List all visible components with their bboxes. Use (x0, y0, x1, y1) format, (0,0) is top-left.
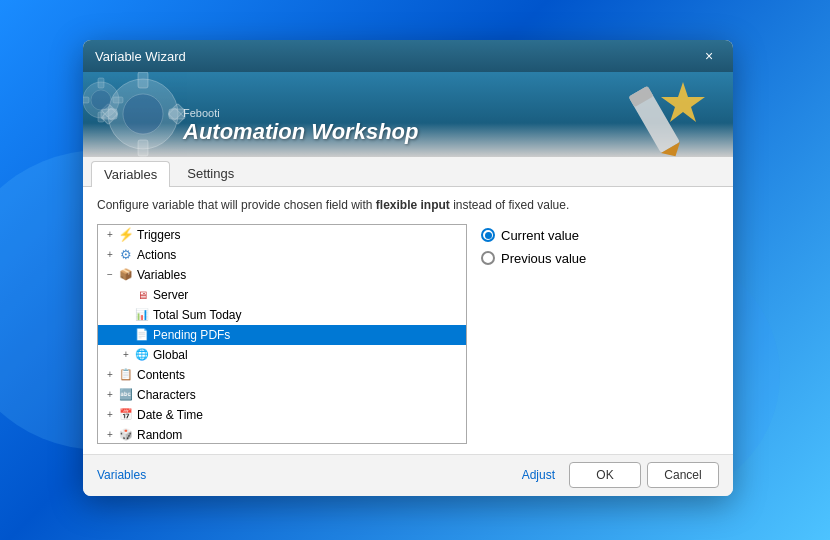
tree-label-actions: Actions (134, 248, 176, 262)
radio-current-circle (481, 228, 495, 242)
cancel-button[interactable]: Cancel (647, 462, 719, 488)
banner: Febooti Automation Workshop (83, 72, 733, 157)
expander-random[interactable]: + (102, 427, 118, 443)
radio-previous-circle (481, 251, 495, 265)
banner-title: Automation Workshop (183, 119, 418, 145)
radio-current-label: Current value (501, 228, 579, 243)
datetime-icon: 📅 (118, 407, 134, 423)
close-button[interactable]: × (697, 44, 721, 68)
tree-item-actions[interactable]: + ⚙ Actions (98, 245, 466, 265)
footer: Variables Adjust OK Cancel (83, 454, 733, 496)
ok-button[interactable]: OK (569, 462, 641, 488)
adjust-link[interactable]: Adjust (522, 468, 555, 482)
svg-point-1 (123, 94, 163, 134)
total-sum-icon: 📊 (134, 307, 150, 323)
svg-marker-16 (661, 82, 705, 122)
svg-point-11 (91, 90, 111, 110)
characters-icon: 🔤 (118, 387, 134, 403)
footer-link[interactable]: Variables (97, 468, 146, 482)
banner-subtitle: Febooti (183, 107, 418, 119)
tree-label-random: Random (134, 428, 182, 442)
tree-item-total-sum[interactable]: 📊 Total Sum Today (98, 305, 466, 325)
svg-rect-15 (83, 97, 89, 103)
banner-title-area: Febooti Automation Workshop (183, 107, 418, 145)
expander-pending-pdfs[interactable] (118, 327, 134, 343)
svg-rect-3 (138, 140, 148, 156)
global-icon: 🌐 (134, 347, 150, 363)
svg-rect-13 (98, 112, 104, 122)
contents-icon: 📋 (118, 367, 134, 383)
variable-wizard-dialog: Variable Wizard × (83, 40, 733, 496)
expander-total-sum[interactable] (118, 307, 134, 323)
actions-icon: ⚙ (118, 247, 134, 263)
pending-pdfs-icon: 📄 (134, 327, 150, 343)
tree-item-characters[interactable]: + 🔤 Characters (98, 385, 466, 405)
random-icon: 🎲 (118, 427, 134, 443)
svg-rect-12 (98, 78, 104, 88)
svg-rect-2 (138, 72, 148, 88)
expander-global[interactable]: + (118, 347, 134, 363)
tabbar: Variables Settings (83, 157, 733, 187)
tab-variables[interactable]: Variables (91, 161, 170, 187)
tree-label-datetime: Date & Time (134, 408, 203, 422)
tree-item-contents[interactable]: + 📋 Contents (98, 365, 466, 385)
main-area: + ⚡ Triggers + ⚙ Actions − 📦 Variables (97, 224, 719, 444)
titlebar: Variable Wizard × (83, 40, 733, 72)
expander-variables[interactable]: − (102, 267, 118, 283)
footer-right: Adjust OK Cancel (522, 462, 719, 488)
dialog-title: Variable Wizard (95, 49, 186, 64)
description-text: Configure variable that will provide cho… (97, 197, 719, 214)
expander-triggers[interactable]: + (102, 227, 118, 243)
tree-label-characters: Characters (134, 388, 196, 402)
tree-label-contents: Contents (134, 368, 185, 382)
expander-actions[interactable]: + (102, 247, 118, 263)
server-icon: 🖥 (134, 287, 150, 303)
tree-item-global[interactable]: + 🌐 Global (98, 345, 466, 365)
tree-item-pending-pdfs[interactable]: 📄 Pending PDFs (98, 325, 466, 345)
tree-panel[interactable]: + ⚡ Triggers + ⚙ Actions − 📦 Variables (97, 224, 467, 444)
radio-previous-label: Previous value (501, 251, 586, 266)
tree-label-server: Server (150, 288, 188, 302)
tree-label-variables: Variables (134, 268, 186, 282)
main-content: Configure variable that will provide cho… (83, 187, 733, 454)
tree-item-variables[interactable]: − 📦 Variables (98, 265, 466, 285)
expander-datetime[interactable]: + (102, 407, 118, 423)
radio-current-value[interactable]: Current value (481, 228, 715, 243)
triggers-icon: ⚡ (118, 227, 134, 243)
tree-item-datetime[interactable]: + 📅 Date & Time (98, 405, 466, 425)
tree-item-triggers[interactable]: + ⚡ Triggers (98, 225, 466, 245)
tab-settings[interactable]: Settings (174, 160, 247, 186)
tree-item-server[interactable]: 🖥 Server (98, 285, 466, 305)
expander-contents[interactable]: + (102, 367, 118, 383)
tree-item-random[interactable]: + 🎲 Random (98, 425, 466, 444)
variables-icon: 📦 (118, 267, 134, 283)
tree-label-global: Global (150, 348, 188, 362)
expander-server[interactable] (118, 287, 134, 303)
tree-label-total-sum: Total Sum Today (150, 308, 242, 322)
svg-rect-14 (113, 97, 123, 103)
expander-characters[interactable]: + (102, 387, 118, 403)
radio-previous-value[interactable]: Previous value (481, 251, 715, 266)
right-panel: Current value Previous value (477, 224, 719, 444)
tree-label-pending-pdfs: Pending PDFs (150, 328, 230, 342)
banner-decoration (593, 77, 713, 157)
tree-label-triggers: Triggers (134, 228, 181, 242)
